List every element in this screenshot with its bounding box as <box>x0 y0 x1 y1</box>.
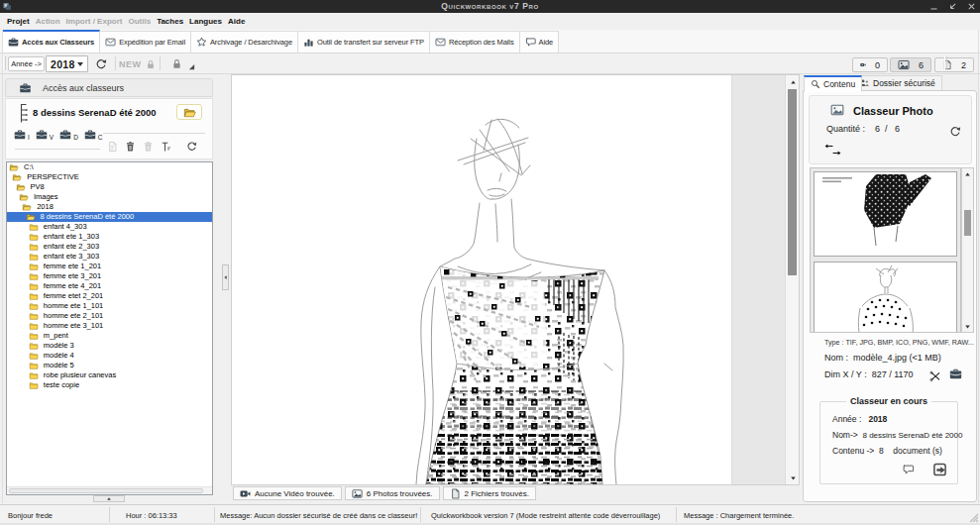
menu-item[interactable]: Action <box>36 17 60 26</box>
tree-item[interactable]: homme ete 3_101 <box>7 321 212 331</box>
tree-item[interactable]: modèle 4 <box>7 351 212 361</box>
minimize-icon <box>929 2 938 11</box>
main-tab[interactable]: Archivage / Désarchivage <box>191 31 298 52</box>
app-window: Quickworkbook v7 Pro Projet Action Impor… <box>0 0 980 525</box>
photo-refresh-button[interactable] <box>949 122 961 140</box>
collapse-tree-button[interactable] <box>93 495 125 502</box>
tree-item[interactable]: PV8 <box>7 182 212 192</box>
viewer-status-chip[interactable]: 2 Fichiers trouvés. <box>443 486 536 500</box>
splitter-collapse-button[interactable] <box>222 264 229 290</box>
tree-item[interactable]: femme ete 4_201 <box>7 281 212 291</box>
photo-quantity-total: 6 <box>895 124 900 134</box>
refresh-button[interactable] <box>91 55 111 72</box>
image-icon <box>829 103 845 117</box>
window-button[interactable] <box>947 2 957 12</box>
media-counter-button[interactable]: 0 <box>852 57 888 72</box>
menu-item[interactable]: Langues <box>189 17 222 26</box>
briefcase-filter-button[interactable]: I <box>13 129 30 141</box>
menu-item[interactable]: Aide <box>228 17 245 26</box>
folder-icon <box>29 342 39 350</box>
tree-item[interactable]: femme etet 2_201 <box>7 291 212 301</box>
tree-item[interactable]: femme ete 1_201 <box>7 262 212 271</box>
thumbnail-scroll-thumb[interactable] <box>964 210 971 236</box>
tree-item[interactable]: homme ete 1_101 <box>7 301 212 311</box>
resize-grip-icon[interactable] <box>966 510 979 523</box>
tree-item[interactable]: teste copie <box>7 380 212 390</box>
tree-item[interactable]: 8 dessins SerenaD été 2000 <box>7 212 212 222</box>
toolbar-grip <box>944 56 947 70</box>
scroll-down-button[interactable] <box>786 472 800 484</box>
main-tab-label: Expédition par Email <box>119 38 185 47</box>
export-button[interactable] <box>932 460 947 477</box>
media-counter-button[interactable]: 6 <box>890 57 931 72</box>
thumbnail-1[interactable] <box>814 171 957 257</box>
briefcase-filter-button[interactable]: V <box>35 129 54 141</box>
window-button[interactable] <box>966 2 976 12</box>
new-button-label: NEW <box>119 59 142 69</box>
corner-expand-button[interactable] <box>186 61 196 71</box>
briefcase-filter-button[interactable]: D <box>58 129 78 141</box>
tree-item[interactable]: robe plusieur canevas <box>7 370 212 380</box>
workbook-action-button[interactable] <box>182 141 200 153</box>
thumbnail-scrollbar[interactable] <box>961 167 974 333</box>
new-button[interactable]: NEW <box>119 55 156 72</box>
arrow-right-icon[interactable] <box>830 149 843 158</box>
folder-icon <box>29 322 39 330</box>
year-select[interactable]: 2018 <box>46 55 88 72</box>
viewer-status-chip[interactable]: Aucune Vidéo trouvée. <box>233 486 342 500</box>
open-folder-button[interactable] <box>176 104 202 120</box>
workbook-action-button[interactable] <box>157 141 174 153</box>
cut-button[interactable] <box>929 367 941 384</box>
thumbnail-2[interactable] <box>814 262 957 333</box>
folder-open-icon <box>26 213 36 221</box>
tree-horizontal-scrollbar[interactable] <box>7 486 212 494</box>
main-tab[interactable]: Aide <box>520 31 560 52</box>
menu-item[interactable]: Projet <box>7 17 30 26</box>
briefcase-filter-button[interactable]: C <box>83 129 103 141</box>
workbook-action-button[interactable] <box>139 141 157 153</box>
workbook-action-button[interactable] <box>121 141 139 153</box>
tree-item[interactable]: enfant ete 1_303 <box>7 232 212 242</box>
window-button[interactable] <box>928 2 938 12</box>
tree-item[interactable]: 2018 <box>7 202 212 212</box>
lock-button[interactable] <box>166 55 186 72</box>
main-tabbar: Accès aux Classeurs Expédition par Email… <box>0 30 980 53</box>
tree-item[interactable]: PERSPECTIVE <box>7 172 212 182</box>
tree-item[interactable]: modèle 3 <box>7 341 212 351</box>
image-icon <box>898 58 910 71</box>
menu-item[interactable]: Outils <box>128 17 151 26</box>
scroll-down-button[interactable] <box>962 321 973 332</box>
tree-item[interactable]: Images <box>7 192 212 202</box>
tab-contenu[interactable]: Contenu <box>804 75 862 92</box>
tree-item[interactable]: m_pent <box>7 331 212 341</box>
viewer-vertical-scrollbar[interactable] <box>785 75 799 484</box>
tree-item[interactable]: enfant 4_303 <box>7 222 212 232</box>
tree-item[interactable]: modèle 5 <box>7 361 212 370</box>
tree-item[interactable]: femme ete 3_201 <box>7 271 212 281</box>
tree-item[interactable]: enfant ete 3_303 <box>7 252 212 262</box>
menu-item[interactable]: Import / Export <box>66 17 123 26</box>
workbook-action-button[interactable] <box>103 141 121 153</box>
folder-icon <box>29 381 39 389</box>
main-tab[interactable]: Outil de transfert sur serveur FTP <box>298 31 430 52</box>
main-tab[interactable]: Accès aux Classeurs <box>3 30 100 52</box>
right-panel: Classeur Photo Quantité : 6 / 6 <box>803 90 977 502</box>
open-in-workbook-button[interactable] <box>948 365 963 382</box>
tree-item[interactable]: enfant ete 2_303 <box>7 242 212 252</box>
viewer-scroll-thumb[interactable] <box>788 89 797 275</box>
briefcase-icon <box>58 129 72 141</box>
menu-item[interactable]: Taches <box>157 17 183 26</box>
tree-item[interactable]: C:\ <box>7 162 212 172</box>
viewer-status-chip[interactable]: 6 Photos trouvées. <box>345 486 440 500</box>
tree-item-label: femme ete 3_201 <box>42 271 103 281</box>
tab-dossier-securise[interactable]: Dossier sécurisé <box>853 75 942 91</box>
tree-item[interactable]: homme ete 2_101 <box>7 311 212 321</box>
media-counter-button[interactable]: 2 <box>934 57 974 72</box>
photo-canvas[interactable] <box>232 75 731 484</box>
scroll-up-button[interactable] <box>962 168 973 179</box>
comment-button[interactable] <box>902 460 915 477</box>
main-tab[interactable]: Expédition par Email <box>100 31 191 52</box>
main-tab[interactable]: Réception des Mails <box>430 31 520 52</box>
scroll-up-button[interactable] <box>786 75 800 88</box>
tree-hscroll-thumb[interactable] <box>9 488 203 493</box>
